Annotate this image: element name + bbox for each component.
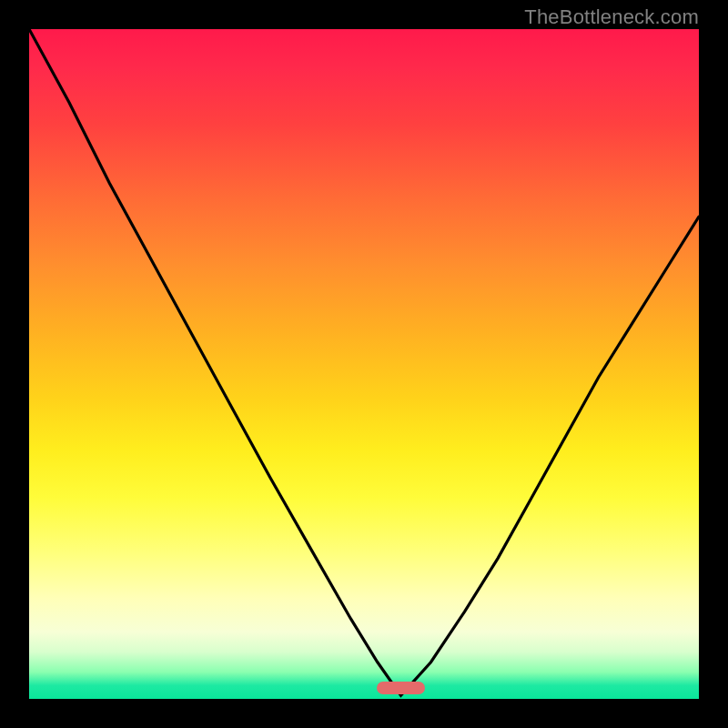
curve-path	[29, 29, 699, 695]
watermark-label: TheBottleneck.com	[524, 5, 699, 29]
optimum-marker	[377, 682, 425, 694]
chart-frame: TheBottleneck.com	[0, 0, 728, 728]
plot-area	[29, 29, 699, 699]
bottleneck-curve	[29, 29, 699, 699]
